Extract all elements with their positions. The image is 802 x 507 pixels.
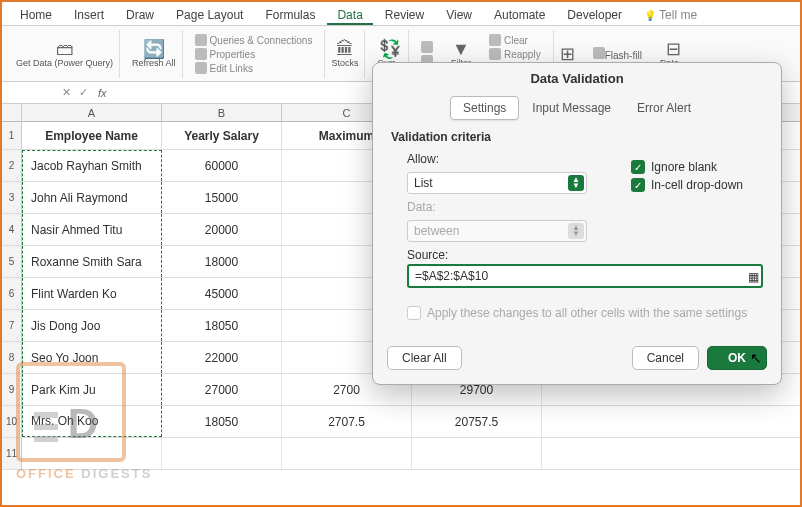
- apply-all-label: Apply these changes to all other cells w…: [427, 306, 747, 320]
- grid-row: 11: [2, 438, 800, 470]
- source-value: =$A$2:$A$10: [415, 269, 488, 283]
- cell[interactable]: Roxanne Smith Sara: [22, 246, 162, 277]
- cell[interactable]: Jis Dong Joo: [22, 310, 162, 341]
- cell[interactable]: 18050: [162, 310, 282, 341]
- flashfill-icon: [593, 47, 605, 59]
- get-data-label: Get Data (Power Query): [16, 59, 113, 69]
- tab-automate[interactable]: Automate: [484, 6, 555, 25]
- fx-icon[interactable]: fx: [92, 87, 113, 99]
- cell[interactable]: 22000: [162, 342, 282, 373]
- cell[interactable]: [22, 438, 162, 469]
- sort-asc-button[interactable]: [421, 41, 433, 53]
- updown-icon: ▲▼: [568, 223, 584, 239]
- cancel-button[interactable]: Cancel: [632, 346, 699, 370]
- cell[interactable]: 2707.5: [282, 406, 412, 437]
- stocks-button[interactable]: 🏛 Stocks: [324, 30, 365, 78]
- tab-developer[interactable]: Developer: [557, 6, 632, 25]
- cell[interactable]: 60000: [162, 150, 282, 181]
- row-header[interactable]: 8: [2, 342, 22, 373]
- stocks-label: Stocks: [331, 59, 358, 69]
- cell[interactable]: 18050: [162, 406, 282, 437]
- source-label: Source:: [407, 248, 763, 262]
- row-header[interactable]: 9: [2, 374, 22, 405]
- cell[interactable]: Flint Warden Ko: [22, 278, 162, 309]
- queries-connections-button[interactable]: Queries & Connections: [195, 34, 313, 46]
- row-header[interactable]: 7: [2, 310, 22, 341]
- cell[interactable]: 27000: [162, 374, 282, 405]
- cell[interactable]: 15000: [162, 182, 282, 213]
- connections-group: Queries & Connections Properties Edit Li…: [189, 30, 319, 78]
- cell[interactable]: Mrs. Oh Koo: [22, 406, 162, 437]
- allow-value: List: [414, 176, 433, 190]
- row-header[interactable]: 2: [2, 150, 22, 181]
- tab-review[interactable]: Review: [375, 6, 434, 25]
- database-icon: 🗃: [56, 40, 74, 58]
- tab-formulas[interactable]: Formulas: [255, 6, 325, 25]
- cell[interactable]: 20757.5: [412, 406, 542, 437]
- reapply-button[interactable]: Reapply: [489, 48, 541, 60]
- dialog-tab-input-message[interactable]: Input Message: [519, 96, 624, 120]
- tab-view[interactable]: View: [436, 6, 482, 25]
- cell[interactable]: John Ali Raymond: [22, 182, 162, 213]
- link-icon: [195, 34, 207, 46]
- tab-insert[interactable]: Insert: [64, 6, 114, 25]
- cell[interactable]: 45000: [162, 278, 282, 309]
- check-icon: ✓: [631, 178, 645, 192]
- ignore-blank-checkbox[interactable]: ✓ Ignore blank: [631, 160, 743, 174]
- col-header-a[interactable]: A: [22, 104, 162, 121]
- col-header-b[interactable]: B: [162, 104, 282, 121]
- filter-icon: ▼: [452, 40, 470, 58]
- cell[interactable]: Employee Name: [22, 122, 162, 149]
- cell[interactable]: 20000: [162, 214, 282, 245]
- sort-asc-icon: [421, 41, 433, 53]
- checkbox-icon: [407, 306, 421, 320]
- incell-dropdown-checkbox[interactable]: ✓ In-cell drop-down: [631, 178, 743, 192]
- tell-me[interactable]: Tell me: [634, 6, 707, 25]
- row-header[interactable]: 3: [2, 182, 22, 213]
- text-to-columns-icon: ⊞: [560, 45, 575, 63]
- reapply-icon: [489, 48, 501, 60]
- tab-page-layout[interactable]: Page Layout: [166, 6, 253, 25]
- data-label: Data:: [407, 200, 763, 214]
- get-data-button[interactable]: 🗃 Get Data (Power Query): [10, 30, 120, 78]
- range-picker-icon[interactable]: ▦: [748, 270, 759, 284]
- clear-filter-button[interactable]: Clear: [489, 34, 541, 46]
- refresh-label: Refresh All: [132, 59, 176, 69]
- tab-data[interactable]: Data: [327, 6, 372, 25]
- cell[interactable]: [162, 438, 282, 469]
- cell[interactable]: Seo Yo Joon: [22, 342, 162, 373]
- dialog-tab-settings[interactable]: Settings: [450, 96, 519, 120]
- cursor-icon: ↖: [750, 350, 762, 366]
- row-header[interactable]: 5: [2, 246, 22, 277]
- refresh-all-button[interactable]: 🔄 Refresh All: [126, 30, 183, 78]
- properties-button[interactable]: Properties: [195, 48, 313, 60]
- select-all-corner[interactable]: [2, 104, 22, 121]
- stocks-icon: 🏛: [336, 40, 354, 58]
- cell[interactable]: Yearly Salary: [162, 122, 282, 149]
- dialog-tabs: Settings Input Message Error Alert: [373, 96, 781, 120]
- dialog-tab-error-alert[interactable]: Error Alert: [624, 96, 704, 120]
- row-header[interactable]: 6: [2, 278, 22, 309]
- cell[interactable]: Park Kim Ju: [22, 374, 162, 405]
- data-select: between ▲▼: [407, 220, 587, 242]
- row-header[interactable]: 11: [2, 438, 22, 469]
- cell[interactable]: Jacob Rayhan Smith: [22, 150, 162, 181]
- clear-all-button[interactable]: Clear All: [387, 346, 462, 370]
- allow-select[interactable]: List ▲▼: [407, 172, 587, 194]
- currency-icon: 💱: [379, 40, 401, 58]
- row-header[interactable]: 10: [2, 406, 22, 437]
- edit-links-button[interactable]: Edit Links: [195, 62, 313, 74]
- clear-icon: [489, 34, 501, 46]
- row-header[interactable]: 1: [2, 122, 22, 149]
- tab-draw[interactable]: Draw: [116, 6, 164, 25]
- enter-formula-icon[interactable]: ✓: [75, 86, 92, 99]
- cell[interactable]: Nasir Ahmed Titu: [22, 214, 162, 245]
- cell[interactable]: [412, 438, 542, 469]
- refresh-icon: 🔄: [143, 40, 165, 58]
- cell[interactable]: [282, 438, 412, 469]
- row-header[interactable]: 4: [2, 214, 22, 245]
- tab-home[interactable]: Home: [10, 6, 62, 25]
- source-input[interactable]: =$A$2:$A$10: [407, 264, 763, 288]
- cancel-formula-icon[interactable]: ✕: [58, 86, 75, 99]
- cell[interactable]: 18000: [162, 246, 282, 277]
